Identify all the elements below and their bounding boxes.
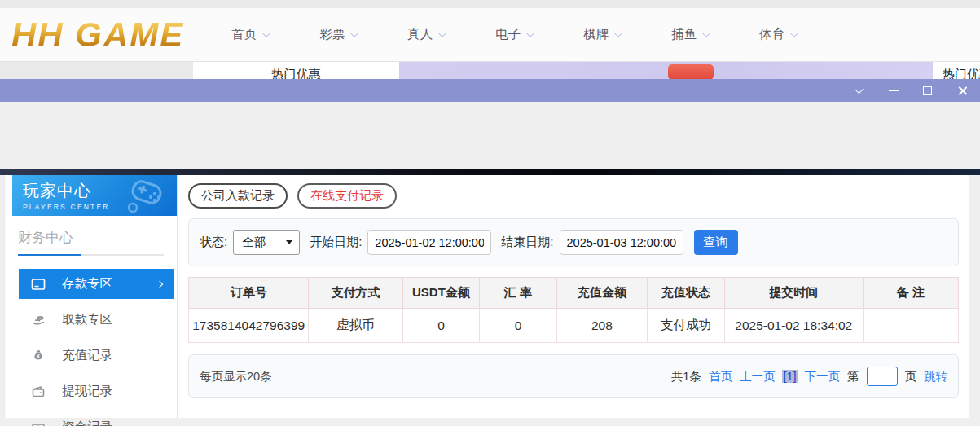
nav-item-slots[interactable]: 电子 bbox=[495, 26, 532, 43]
cell-remark bbox=[863, 309, 958, 343]
window-minimize-button[interactable] bbox=[889, 90, 902, 91]
sidebar-section-title: 财务中心 bbox=[18, 228, 177, 247]
nav-item-live[interactable]: 真人 bbox=[407, 26, 444, 43]
cell-submit-time: 2025-01-02 18:34:02 bbox=[724, 309, 863, 343]
cell-exchange-rate: 0 bbox=[480, 309, 557, 343]
sidebar: 玩家中心 PLAYERS CENTER 财务中心 bbox=[4, 175, 178, 418]
nav-item-sports[interactable]: 体育 bbox=[759, 26, 796, 43]
sidebar-item-withdrawal-records[interactable]: 提现记录 bbox=[19, 376, 174, 406]
sidebar-item-funds-records[interactable]: 资金记录 bbox=[19, 412, 174, 426]
cell-pay-method: 虚拟币 bbox=[309, 309, 402, 343]
jump-button[interactable]: 跳转 bbox=[924, 369, 947, 384]
dark-divider-band bbox=[0, 169, 980, 175]
modal-empty-area bbox=[0, 102, 980, 169]
end-date-label: 结束日期: bbox=[501, 235, 553, 250]
site-header: HH GAME 首页 彩票 真人 电子 棋牌 捕鱼 体育 bbox=[0, 8, 980, 61]
col-submit-time: 提交时间 bbox=[724, 278, 863, 309]
current-page-indicator: [1] bbox=[782, 370, 797, 383]
jump-prefix-text: 第 bbox=[847, 369, 859, 384]
col-exchange-rate: 汇 率 bbox=[480, 278, 557, 309]
main-nav: 首页 彩票 真人 电子 棋牌 捕鱼 体育 bbox=[231, 26, 796, 43]
collapse-icon bbox=[855, 85, 864, 94]
nav-item-lottery[interactable]: 彩票 bbox=[319, 26, 356, 43]
site-logo[interactable]: HH GAME bbox=[11, 15, 184, 55]
chevron-down-icon bbox=[702, 29, 710, 37]
cell-recharge-amount: 208 bbox=[556, 309, 648, 343]
window-collapse-button[interactable] bbox=[855, 87, 868, 94]
promo-banner bbox=[399, 62, 933, 79]
deposit-card-icon bbox=[31, 277, 46, 292]
chevron-down-icon bbox=[438, 29, 446, 37]
jump-suffix-text: 页 bbox=[905, 369, 917, 384]
table-header-row: 订单号 支付方式 USDT金额 汇 率 充值金额 充值状态 提交时间 备 注 bbox=[189, 278, 959, 309]
main-content: 公司入款记录 在线支付记录 状态: 全部 开始日期: 结束日期: 查询 订单号 bbox=[178, 175, 969, 418]
col-remark: 备 注 bbox=[863, 278, 958, 309]
status-select[interactable]: 全部 bbox=[233, 230, 300, 255]
window-maximize-button[interactable] bbox=[923, 86, 936, 95]
select-arrow-icon bbox=[286, 240, 292, 244]
browser-top-strip bbox=[0, 0, 980, 8]
player-center-window: 玩家中心 PLAYERS CENTER 财务中心 bbox=[4, 175, 969, 418]
status-label: 状态: bbox=[200, 235, 227, 250]
end-date-input[interactable] bbox=[560, 230, 683, 255]
window-close-button[interactable] bbox=[957, 86, 970, 96]
maximize-icon bbox=[923, 86, 932, 95]
col-usdt-amount: USDT金额 bbox=[402, 278, 480, 309]
col-recharge-amount: 充值金额 bbox=[556, 278, 648, 309]
col-pay-method: 支付方式 bbox=[309, 278, 402, 309]
moneybag-icon: ¥ bbox=[31, 349, 46, 363]
sidebar-item-deposit[interactable]: 存款专区 bbox=[19, 269, 174, 299]
nav-item-fishing[interactable]: 捕鱼 bbox=[671, 26, 708, 43]
pagination-bar: 每页显示20条 共1条 首页 上一页 [1] 下一页 第 页 跳转 bbox=[188, 354, 959, 398]
cell-recharge-status: 支付成功 bbox=[648, 309, 725, 343]
sidebar-header: 玩家中心 PLAYERS CENTER bbox=[12, 175, 177, 216]
nav-item-cards[interactable]: 棋牌 bbox=[583, 26, 620, 43]
chevron-down-icon bbox=[526, 29, 534, 37]
record-tabs: 公司入款记录 在线支付记录 bbox=[188, 183, 959, 209]
chevron-right-icon bbox=[156, 280, 163, 287]
promo-tab-left[interactable]: 热门优惠 bbox=[193, 62, 399, 79]
start-date-label: 开始日期: bbox=[310, 235, 362, 250]
chevron-down-icon bbox=[262, 29, 270, 37]
funds-note-icon bbox=[31, 420, 46, 426]
total-count-text: 共1条 bbox=[671, 369, 701, 384]
withdraw-hand-icon bbox=[31, 313, 46, 327]
tab-company-deposit-records[interactable]: 公司入款记录 bbox=[188, 183, 288, 209]
payment-records-table: 订单号 支付方式 USDT金额 汇 率 充值金额 充值状态 提交时间 备 注 1… bbox=[188, 277, 959, 343]
col-recharge-status: 充值状态 bbox=[648, 278, 725, 309]
query-button[interactable]: 查询 bbox=[694, 230, 738, 255]
chevron-down-icon bbox=[350, 29, 358, 37]
red-envelope-graphic bbox=[668, 64, 714, 79]
start-date-input[interactable] bbox=[367, 230, 491, 255]
sidebar-menu: 存款专区 取款专区 ¥ 充值记录 提现记录 bbox=[5, 269, 177, 426]
nav-item-home[interactable]: 首页 bbox=[231, 26, 268, 43]
window-titlebar bbox=[0, 79, 980, 102]
wallet-icon bbox=[31, 384, 46, 399]
first-page-link[interactable]: 首页 bbox=[709, 369, 732, 384]
pagination-controls: 共1条 首页 上一页 [1] 下一页 第 页 跳转 bbox=[671, 367, 947, 386]
sidebar-item-recharge-records[interactable]: ¥ 充值记录 bbox=[19, 340, 174, 371]
table-row: 1735814042796399 虚拟币 0 0 208 支付成功 2025-0… bbox=[189, 309, 959, 343]
cell-usdt-amount: 0 bbox=[402, 309, 480, 343]
chevron-down-icon bbox=[614, 29, 622, 37]
cell-order-id: 1735814042796399 bbox=[189, 309, 309, 343]
clipped-page-row: 热门优惠 热门优惠 bbox=[0, 61, 980, 79]
col-order-id: 订单号 bbox=[189, 278, 309, 309]
page-jump-input[interactable] bbox=[867, 367, 898, 386]
tab-online-payment-records[interactable]: 在线支付记录 bbox=[297, 183, 397, 209]
next-page-link[interactable]: 下一页 bbox=[805, 369, 841, 384]
minimize-icon bbox=[889, 90, 899, 91]
prev-page-link[interactable]: 上一页 bbox=[740, 369, 776, 384]
peek-gray-area bbox=[0, 62, 193, 79]
gamepad-icon bbox=[121, 180, 169, 213]
filter-bar: 状态: 全部 开始日期: 结束日期: 查询 bbox=[188, 218, 959, 266]
section-underline bbox=[18, 254, 164, 256]
close-icon bbox=[957, 86, 968, 96]
chevron-down-icon bbox=[790, 29, 798, 37]
page-size-text: 每页显示20条 bbox=[200, 369, 272, 384]
sidebar-item-withdraw[interactable]: 取款专区 bbox=[19, 305, 174, 335]
promo-tab-right[interactable]: 热门优惠 bbox=[933, 62, 980, 79]
